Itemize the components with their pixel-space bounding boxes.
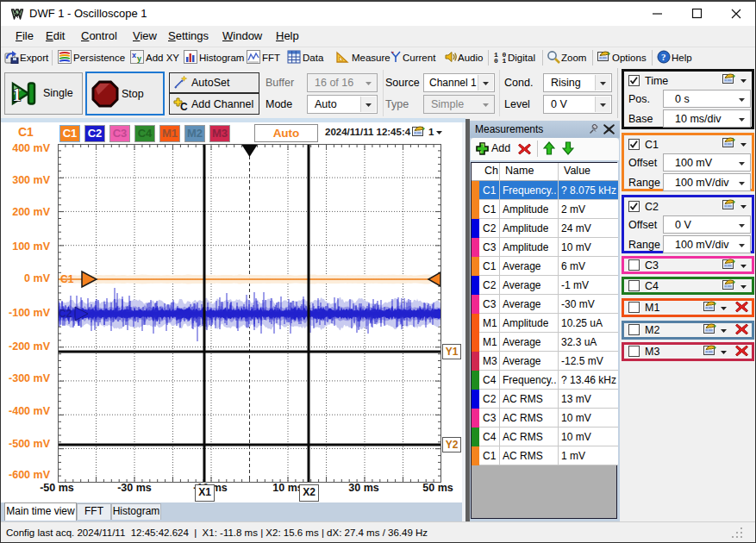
svg-text:C: C (180, 101, 188, 111)
svg-text:C2: C2 (59, 308, 72, 320)
svg-text:1: 1 (13, 85, 22, 104)
svg-text:0 1: 0 1 (494, 57, 506, 64)
svg-text:C1: C1 (60, 273, 74, 285)
svg-text:y: y (137, 54, 141, 63)
svg-text:x: x (132, 51, 136, 59)
svg-text:?: ? (661, 52, 666, 62)
